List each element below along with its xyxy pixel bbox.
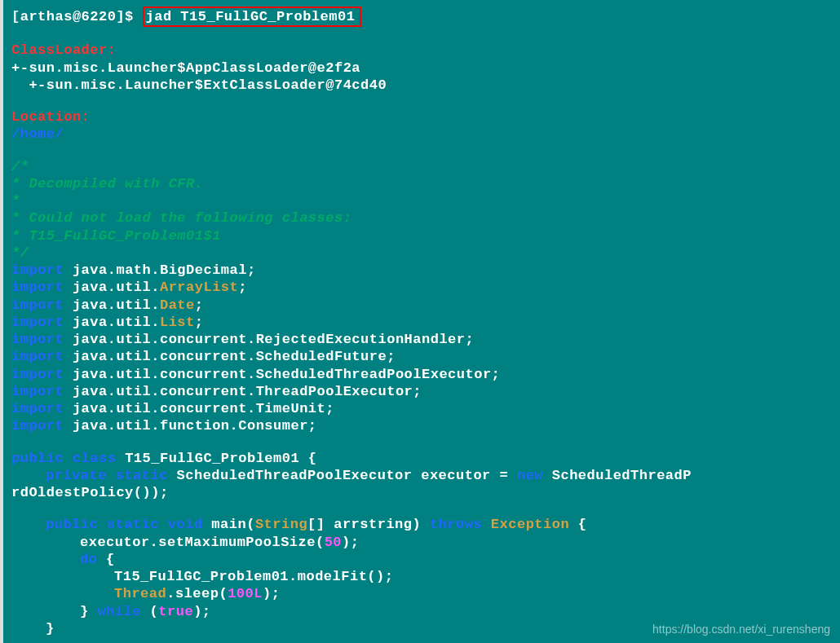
import-class: ArrayList <box>160 280 238 295</box>
import-pkg: java.util. <box>64 297 160 313</box>
do-brace: { <box>97 552 114 567</box>
import-semi: ; <box>195 315 204 330</box>
cond-open: ( <box>141 604 158 619</box>
import-pkg: java.util.concurrent.ThreadPoolExecutor; <box>64 384 422 399</box>
kw-while: while <box>97 604 141 619</box>
stmt-a: executor.setMaximumPoolSize( <box>80 535 325 550</box>
kw-public: public <box>46 517 98 532</box>
import-kw: import <box>11 367 64 382</box>
comment-l1: /* <box>11 158 832 175</box>
sleep-end: ); <box>263 586 280 601</box>
import-kw: import <box>11 297 64 313</box>
import-line: import java.math.BigDecimal; <box>11 262 832 279</box>
import-line: import java.util.List; <box>11 314 832 331</box>
classloader-section: ClassLoader: +-sun.misc.Launcher$AppClas… <box>11 42 832 94</box>
import-line: import java.util.concurrent.TimeUnit; <box>11 400 832 417</box>
kw-static: static <box>107 517 159 532</box>
import-semi: ; <box>238 280 247 295</box>
imports-block: import java.math.BigDecimal; import java… <box>11 262 832 435</box>
kw-new: new <box>517 468 543 483</box>
import-pkg: java.math.BigDecimal; <box>64 262 255 278</box>
import-class: List <box>160 315 195 330</box>
kw-public: public <box>11 451 64 466</box>
field-line2: rdOldestPolicy()); <box>11 484 832 501</box>
type-string: String <box>255 517 307 532</box>
import-pkg: java.util. <box>64 315 160 330</box>
field-cont: rdOldestPolicy()); <box>11 485 169 500</box>
import-pkg: java.util.concurrent.ScheduledFuture; <box>64 349 396 364</box>
import-kw: import <box>11 384 64 399</box>
close-brace: } <box>80 604 97 619</box>
num-100l: 100L <box>228 586 263 601</box>
location-header: Location: <box>11 108 832 126</box>
num-50: 50 <box>325 535 342 550</box>
prompt-line[interactable]: [arthas@6220]$ jad T15_FullGC_Problem01 <box>11 7 832 27</box>
import-line: import java.util.ArrayList; <box>11 279 832 296</box>
main-sig: public static void main(String[] arrstri… <box>11 516 832 533</box>
location-section: Location: /home/ <box>11 108 832 143</box>
stmt-fit: T15_FullGC_Problem01.modelFit(); <box>114 569 393 584</box>
stmt-sleep: Thread.sleep(100L); <box>11 585 832 602</box>
kw-throws: throws <box>430 517 482 532</box>
import-line: import java.util.Date; <box>11 297 832 314</box>
command-highlight-box: jad T15_FullGC_Problem01 <box>143 7 362 27</box>
field-type: ScheduledThreadPoolExecutor executor = <box>168 468 517 483</box>
import-kw: import <box>11 401 64 416</box>
sleep-call: .sleep( <box>166 586 228 601</box>
type-thread: Thread <box>114 586 166 601</box>
kw-private: private <box>46 468 107 483</box>
type-exception: Exception <box>491 517 569 532</box>
import-kw: import <box>11 332 64 347</box>
field-line1: private static ScheduledThreadPoolExecut… <box>11 467 832 484</box>
shell-prompt: [arthas@6220]$ <box>11 9 143 24</box>
import-kw: import <box>11 315 64 330</box>
import-pkg: java.util.concurrent.TimeUnit; <box>64 401 334 416</box>
kw-static: static <box>116 468 168 483</box>
field-rest: ScheduledThreadP <box>543 468 692 483</box>
command-text: jad T15_FullGC_Problem01 <box>146 9 356 24</box>
classloader-line2: +-sun.misc.Launcher$ExtClassLoader@74cd4… <box>11 77 832 94</box>
classloader-header: ClassLoader: <box>11 42 832 59</box>
import-semi: ; <box>195 297 204 313</box>
import-pkg: java.util. <box>64 280 160 295</box>
import-pkg: java.util.concurrent.RejectedExecutionHa… <box>64 332 474 347</box>
cond-close: ); <box>193 604 210 619</box>
lit-true: true <box>158 604 193 619</box>
while-line: } while (true); <box>11 603 832 620</box>
brace: { <box>569 517 586 532</box>
stmt-modelfit: T15_FullGC_Problem01.modelFit(); <box>11 568 832 585</box>
import-kw: import <box>11 418 64 434</box>
watermark-text: https://blog.csdn.net/xi_rurensheng <box>652 623 830 637</box>
class-name: T15_FullGC_Problem01 { <box>116 451 316 466</box>
import-kw: import <box>11 280 64 295</box>
class-declaration: public class T15_FullGC_Problem01 { priv… <box>11 450 832 502</box>
import-line: import java.util.concurrent.ThreadPoolEx… <box>11 383 832 400</box>
stmt-b: ); <box>342 535 359 550</box>
class-line1: public class T15_FullGC_Problem01 { <box>11 450 832 467</box>
import-line: import java.util.concurrent.RejectedExec… <box>11 331 832 348</box>
kw-void: void <box>168 517 203 532</box>
import-kw: import <box>11 349 64 364</box>
stmt-setmax: executor.setMaximumPoolSize(50); <box>11 534 832 551</box>
import-line: import java.util.function.Consumer; <box>11 417 832 434</box>
comment-l3: * <box>11 192 832 209</box>
kw-do: do <box>80 552 97 567</box>
main-method: public static void main(String[] arrstri… <box>11 516 832 637</box>
location-path: /home/ <box>11 126 832 143</box>
method-name: main( <box>203 517 255 532</box>
brace-close: } <box>46 621 55 636</box>
import-line: import java.util.concurrent.ScheduledThr… <box>11 366 832 383</box>
comment-block: /* * Decompiled with CFR. * * Could not … <box>11 158 832 262</box>
comment-l2: * Decompiled with CFR. <box>11 175 832 192</box>
import-class: Date <box>160 297 195 313</box>
do-line: do { <box>11 551 832 568</box>
comment-l4: * Could not load the following classes: <box>11 209 832 227</box>
import-kw: import <box>11 262 64 278</box>
comment-l5: * T15_FullGC_Problem01$1 <box>11 227 832 244</box>
args: [] arrstring) <box>307 517 430 532</box>
classloader-line1: +-sun.misc.Launcher$AppClassLoader@e2f2a <box>11 59 832 77</box>
comment-l6: */ <box>11 244 832 262</box>
kw-class: class <box>73 451 117 466</box>
import-pkg: java.util.function.Consumer; <box>64 418 316 434</box>
import-pkg: java.util.concurrent.ScheduledThreadPool… <box>64 367 500 382</box>
